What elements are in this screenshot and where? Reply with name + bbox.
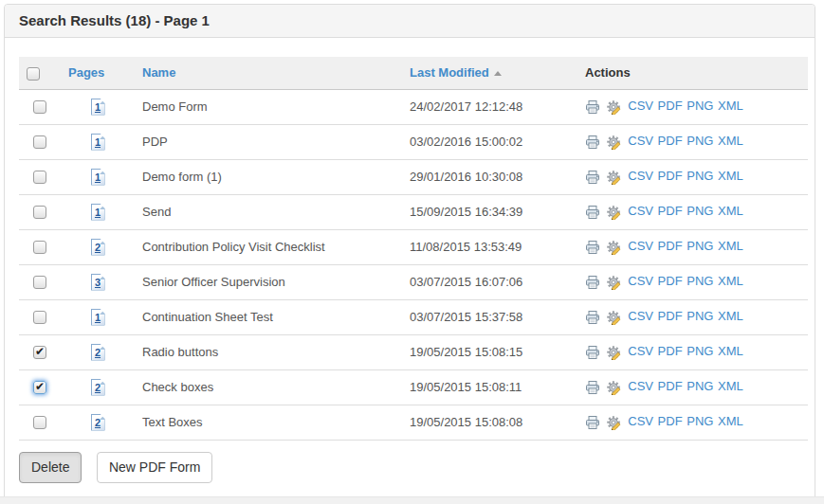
page-count-badge[interactable]: 1 [91, 309, 105, 326]
printer-icon[interactable] [585, 415, 600, 430]
printer-icon[interactable] [585, 240, 600, 255]
row-checkbox[interactable] [33, 381, 46, 394]
search-results-panel: Search Results (18) - Page 1 Pages Name [4, 4, 815, 504]
page-count-badge[interactable]: 2 [91, 414, 105, 431]
last-modified-value: 03/07/2015 15:37:58 [410, 310, 522, 324]
export-link-csv[interactable]: CSV [628, 169, 653, 183]
row-checkbox[interactable] [33, 346, 46, 359]
form-name: Text Boxes [142, 415, 203, 429]
form-name: Radio buttons [142, 345, 218, 359]
new-pdf-form-button[interactable]: New PDF Form [97, 452, 212, 484]
page-count-badge[interactable]: 1 [91, 99, 105, 116]
export-links: CSV PDF PNG XML [628, 204, 744, 218]
form-name: Demo Form [142, 99, 208, 114]
export-link-xml[interactable]: XML [718, 204, 743, 218]
page-count-badge[interactable]: 1 [91, 134, 105, 151]
gear-edit-icon[interactable] [607, 135, 622, 150]
export-link-png[interactable]: PNG [687, 344, 713, 358]
gear-edit-icon[interactable] [607, 205, 622, 220]
export-link-csv[interactable]: CSV [628, 274, 653, 288]
export-link-pdf[interactable]: PDF [658, 309, 683, 323]
last-modified-value: 24/02/2017 12:12:48 [410, 99, 522, 114]
page-count-badge[interactable]: 3 [91, 274, 105, 291]
export-link-png[interactable]: PNG [687, 309, 713, 323]
export-link-pdf[interactable]: PDF [658, 204, 683, 218]
export-link-xml[interactable]: XML [718, 274, 743, 288]
column-header-pages[interactable]: Pages [68, 65, 104, 80]
printer-icon[interactable] [585, 345, 600, 360]
export-link-png[interactable]: PNG [687, 379, 713, 393]
export-link-csv[interactable]: CSV [628, 204, 653, 218]
row-checkbox[interactable] [33, 100, 46, 114]
column-header-name[interactable]: Name [142, 65, 175, 80]
page-count-badge[interactable]: 1 [91, 204, 105, 221]
printer-icon[interactable] [585, 310, 600, 325]
table-row: 1 Demo Form 24/02/2017 12:12:48 [19, 89, 808, 124]
last-modified-value: 19/05/2015 15:08:15 [410, 345, 522, 359]
row-checkbox[interactable] [33, 311, 46, 324]
page-count-badge[interactable]: 1 [91, 169, 105, 186]
gear-edit-icon[interactable] [607, 170, 622, 185]
row-checkbox[interactable] [33, 241, 46, 254]
row-checkbox[interactable] [33, 276, 46, 289]
printer-icon[interactable] [585, 135, 600, 150]
export-link-csv[interactable]: CSV [628, 344, 653, 358]
export-link-csv[interactable]: CSV [628, 309, 653, 323]
printer-icon[interactable] [585, 380, 600, 395]
export-link-png[interactable]: PNG [687, 99, 713, 113]
export-link-png[interactable]: PNG [687, 169, 713, 183]
page-count-value: 1 [95, 101, 101, 113]
export-link-xml[interactable]: XML [718, 239, 743, 253]
export-link-pdf[interactable]: PDF [658, 414, 683, 428]
export-link-csv[interactable]: CSV [628, 414, 653, 428]
printer-icon[interactable] [585, 205, 600, 220]
gear-edit-icon[interactable] [607, 275, 622, 290]
export-link-pdf[interactable]: PDF [658, 134, 683, 148]
delete-button[interactable]: Delete [19, 452, 82, 484]
export-link-png[interactable]: PNG [687, 134, 713, 148]
gear-edit-icon[interactable] [607, 99, 622, 115]
row-checkbox[interactable] [33, 416, 46, 429]
form-name: Senior Officer Supervision [142, 275, 285, 289]
export-link-xml[interactable]: XML [718, 169, 743, 183]
export-link-csv[interactable]: CSV [628, 134, 653, 148]
page-count-badge[interactable]: 2 [91, 379, 105, 396]
export-link-xml[interactable]: XML [718, 344, 743, 358]
gear-edit-icon[interactable] [607, 240, 622, 255]
row-checkbox[interactable] [33, 171, 46, 184]
gear-edit-icon[interactable] [607, 415, 622, 430]
column-header-last-modified[interactable]: Last Modified [410, 65, 489, 80]
export-link-xml[interactable]: XML [718, 134, 743, 148]
printer-icon[interactable] [585, 170, 600, 185]
export-link-png[interactable]: PNG [687, 414, 713, 428]
export-link-csv[interactable]: CSV [628, 239, 653, 253]
row-checkbox[interactable] [33, 135, 46, 149]
page-count-badge[interactable]: 2 [91, 239, 105, 256]
export-link-xml[interactable]: XML [718, 414, 743, 428]
export-link-pdf[interactable]: PDF [658, 274, 683, 288]
export-link-pdf[interactable]: PDF [658, 169, 683, 183]
export-link-csv[interactable]: CSV [628, 379, 653, 393]
export-link-xml[interactable]: XML [718, 379, 743, 393]
export-link-png[interactable]: PNG [687, 274, 713, 288]
printer-icon[interactable] [585, 99, 600, 115]
select-all-checkbox[interactable] [27, 67, 40, 81]
page-count-badge[interactable]: 2 [91, 344, 105, 361]
printer-icon[interactable] [585, 275, 600, 290]
export-link-xml[interactable]: XML [718, 99, 743, 113]
export-link-pdf[interactable]: PDF [658, 344, 683, 358]
gear-edit-icon[interactable] [607, 345, 622, 360]
button-row: Delete New PDF Form [19, 452, 804, 484]
export-link-png[interactable]: PNG [687, 239, 713, 253]
row-checkbox[interactable] [33, 206, 46, 219]
export-links: CSV PDF PNG XML [628, 239, 744, 253]
export-link-pdf[interactable]: PDF [658, 239, 683, 253]
export-link-pdf[interactable]: PDF [658, 99, 683, 113]
export-link-pdf[interactable]: PDF [658, 379, 683, 393]
gear-edit-icon[interactable] [607, 310, 622, 325]
export-link-csv[interactable]: CSV [628, 99, 653, 113]
gear-edit-icon[interactable] [607, 380, 622, 395]
page-count-value: 1 [95, 136, 101, 148]
export-link-xml[interactable]: XML [718, 309, 743, 323]
export-link-png[interactable]: PNG [687, 204, 713, 218]
